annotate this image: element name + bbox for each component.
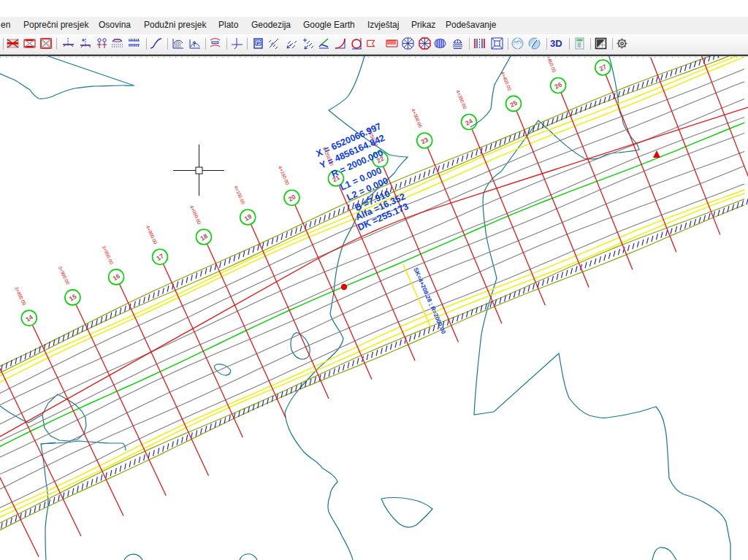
svg-text:4+300.00: 4+300.00 (411, 108, 423, 129)
svg-text:4+450.00: 4+450.00 (545, 56, 557, 73)
svg-text:4+100.00: 4+100.00 (233, 185, 246, 205)
svg-text:4+050.00: 4+050.00 (189, 204, 202, 225)
svg-text:4+150.00: 4+150.00 (278, 165, 291, 185)
svg-text:17: 17 (155, 252, 165, 262)
svg-text:4+350.00: 4+350.00 (455, 89, 468, 110)
svg-text:P: P (256, 41, 260, 46)
svg-text:3+850.00: 3+850.00 (14, 286, 27, 307)
svg-text:23: 23 (420, 136, 430, 146)
svg-text:3+900.00: 3+900.00 (58, 265, 71, 285)
svg-text:20: 20 (287, 193, 297, 203)
svg-text:4+400.00: 4+400.00 (500, 71, 513, 91)
svg-text:25: 25 (509, 99, 519, 108)
svg-text:26: 26 (554, 81, 563, 91)
svg-text:27: 27 (598, 63, 608, 72)
svg-text:14: 14 (24, 313, 34, 323)
svg-text:4+000.00: 4+000.00 (145, 225, 159, 245)
svg-text:19: 19 (243, 212, 253, 223)
svg-text:16: 16 (112, 272, 122, 283)
svg-text:15: 15 (68, 293, 78, 303)
svg-text:3+950.00: 3+950.00 (102, 245, 115, 265)
svg-text:18: 18 (199, 232, 209, 242)
